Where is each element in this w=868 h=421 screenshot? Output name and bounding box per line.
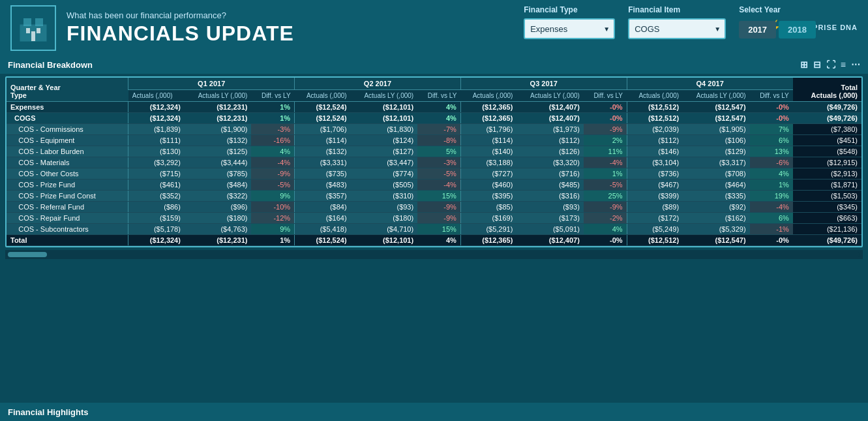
svg-rect-4 xyxy=(37,28,40,33)
q4-actuals-header: Actuals (,000) xyxy=(627,90,683,102)
q4-actuals: ($12,512) xyxy=(627,235,683,246)
financial-table-container: Quarter & YearType Q1 2017 Q2 2017 Q3 20… xyxy=(5,76,863,247)
q1-actuals: ($12,324) xyxy=(128,235,185,246)
svg-rect-5 xyxy=(31,31,35,41)
q4-actuals: ($172) xyxy=(627,213,683,224)
q3-actuals-header: Actuals (,000) xyxy=(460,90,516,102)
q2-actuals: ($1,706) xyxy=(295,124,351,135)
row-label: COS - Subcontractors xyxy=(7,224,128,235)
q2-actuals-ly: ($4,710) xyxy=(351,224,418,235)
row-total: ($49,726) xyxy=(793,113,861,124)
q4-actuals-ly: ($3,317) xyxy=(683,157,750,168)
financial-item-label: Financial Item xyxy=(628,5,726,14)
svg-rect-3 xyxy=(26,28,30,33)
q2-diff: 15% xyxy=(417,224,460,235)
q4-actuals-ly: ($708) xyxy=(683,168,750,179)
table-row: COS - Other Costs($715)($785)-9%($735)($… xyxy=(7,168,861,179)
q2-actuals-ly: ($505) xyxy=(351,179,418,191)
q3-actuals: ($114) xyxy=(460,135,516,146)
quarter-header-row: Quarter & YearType Q1 2017 Q2 2017 Q3 20… xyxy=(7,78,861,90)
financial-type-select[interactable]: Expenses xyxy=(524,18,615,39)
q3-actuals-ly: ($316) xyxy=(516,191,584,202)
q1-actuals-ly: ($180) xyxy=(185,213,252,224)
q1-diff: -5% xyxy=(251,179,294,191)
q4-actuals: ($399) xyxy=(627,191,683,202)
row-label: COS - Labor Burden xyxy=(7,146,128,157)
q1-actuals: ($130) xyxy=(128,146,185,157)
q2-header: Q2 2017 xyxy=(295,78,461,90)
scrollbar-area[interactable] xyxy=(5,250,863,259)
financial-breakdown-title: Financial Breakdown xyxy=(8,60,93,70)
q4-actuals: ($12,512) xyxy=(627,102,683,113)
financial-item-group: Financial Item COGS xyxy=(628,5,726,39)
row-total: ($1,871) xyxy=(793,179,861,191)
q1-actuals: ($1,839) xyxy=(128,124,185,135)
financial-item-wrapper[interactable]: COGS xyxy=(628,18,726,39)
q2-actuals-ly: ($1,830) xyxy=(351,124,418,135)
total-header: TotalActuals (,000) xyxy=(793,78,861,102)
row-label: COGS xyxy=(7,113,128,124)
q1-actuals-ly: ($132) xyxy=(185,135,252,146)
q1-actuals-header: Actuals (,000) xyxy=(128,90,185,102)
q2-actuals-ly: ($127) xyxy=(351,146,418,157)
q1-actuals-ly: ($322) xyxy=(185,191,252,202)
zoom-out-icon[interactable]: ⊟ xyxy=(813,59,821,70)
row-label: COS - Referral Fund xyxy=(7,202,128,213)
q4-diff: 19% xyxy=(750,191,793,202)
q1-actuals-ly: ($125) xyxy=(185,146,252,157)
q3-actuals: ($3,188) xyxy=(460,157,516,168)
q2-diff: -9% xyxy=(417,213,460,224)
q3-actuals: ($140) xyxy=(460,146,516,157)
expand-icon[interactable]: ⛶ xyxy=(826,59,835,70)
q3-actuals: ($12,365) xyxy=(460,113,516,124)
q4-actuals-ly-header: Actuals LY (,000) xyxy=(683,90,750,102)
table-row: COGS($12,324)($12,231)1%($12,524)($12,10… xyxy=(7,113,861,124)
row-total: ($21,136) xyxy=(793,224,861,235)
q1-diff-header: Diff. vs LY xyxy=(251,90,294,102)
q3-actuals-ly: ($12,407) xyxy=(516,102,584,113)
scrollbar-track[interactable] xyxy=(8,252,860,257)
zoom-in-icon[interactable]: ⊞ xyxy=(800,59,808,70)
q1-diff: 1% xyxy=(251,235,294,246)
q3-diff: -0% xyxy=(584,235,627,246)
q2-diff: -4% xyxy=(417,179,460,191)
q4-actuals-ly: ($12,547) xyxy=(683,113,750,124)
svg-rect-2 xyxy=(35,18,43,26)
q4-diff: -4% xyxy=(750,202,793,213)
q3-actuals-ly: ($485) xyxy=(516,179,584,191)
q4-actuals-ly: ($162) xyxy=(683,213,750,224)
year-2018-button[interactable]: 2018 xyxy=(779,21,816,39)
q4-actuals: ($12,512) xyxy=(627,113,683,124)
q1-actuals: ($12,324) xyxy=(128,113,185,124)
q2-actuals-ly: ($124) xyxy=(351,135,418,146)
row-total: ($548) xyxy=(793,146,861,157)
row-label: COS - Prize Fund Const xyxy=(7,191,128,202)
q2-actuals-ly: ($12,101) xyxy=(351,102,418,113)
q2-diff: -7% xyxy=(417,124,460,135)
q4-actuals: ($467) xyxy=(627,179,683,191)
financial-item-select[interactable]: COGS xyxy=(628,18,726,39)
scrollbar-thumb[interactable] xyxy=(8,252,47,257)
q3-actuals: ($727) xyxy=(460,168,516,179)
q2-actuals: ($12,524) xyxy=(295,235,351,246)
q4-actuals-ly: ($129) xyxy=(683,146,750,157)
q3-header: Q3 2017 xyxy=(460,78,627,90)
table-row: COS - Prize Fund Const($352)($322)9%($35… xyxy=(7,191,861,202)
q2-actuals-ly: ($180) xyxy=(351,213,418,224)
q4-diff: 13% xyxy=(750,146,793,157)
dots-icon[interactable]: ⋯ xyxy=(851,59,860,70)
financial-type-wrapper[interactable]: Expenses xyxy=(524,18,615,39)
q3-actuals-ly: ($126) xyxy=(516,146,584,157)
q3-actuals-ly: ($12,407) xyxy=(516,113,584,124)
q1-actuals-ly: ($3,444) xyxy=(185,157,252,168)
q2-actuals: ($735) xyxy=(295,168,351,179)
q1-actuals-ly: ($4,763) xyxy=(185,224,252,235)
year-2017-button[interactable]: 2017 xyxy=(739,21,776,39)
q2-diff: -5% xyxy=(417,168,460,179)
q2-diff: -9% xyxy=(417,202,460,213)
q3-diff: -9% xyxy=(584,124,627,135)
year-buttons: 2017 2018 xyxy=(739,21,816,39)
q4-actuals: ($89) xyxy=(627,202,683,213)
logo-box xyxy=(10,5,56,51)
menu-icon[interactable]: ≡ xyxy=(841,59,846,70)
